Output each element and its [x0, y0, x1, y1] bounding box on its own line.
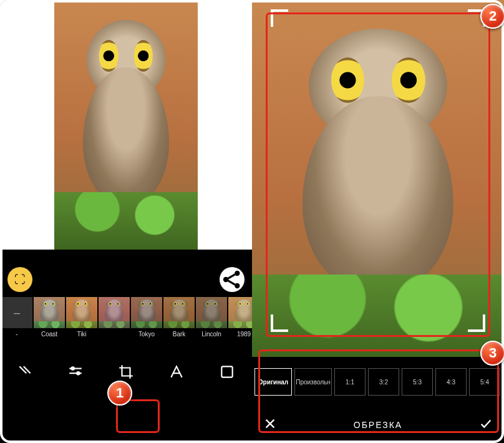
- filters-screen: ⛶ – - Coast Tiki Tokyo Bark: [0, 0, 252, 443]
- svg-line-4: [228, 281, 235, 285]
- filter-1989[interactable]: 1989: [228, 297, 252, 338]
- crop-handle-bl[interactable]: [271, 314, 288, 332]
- filter-coast[interactable]: Coast: [34, 297, 65, 338]
- preview-actions: ⛶: [0, 250, 252, 297]
- effects-tool[interactable]: [9, 359, 41, 384]
- filter-bark[interactable]: Bark: [163, 297, 195, 338]
- filter-strip[interactable]: – - Coast Tiki Tokyo Bark Lincoln: [0, 297, 252, 353]
- filter-label: 1989: [237, 331, 251, 338]
- share-button[interactable]: [220, 267, 245, 292]
- crop-action-bar: ОБРЕЗКА: [252, 407, 504, 443]
- filter-lincoln[interactable]: Lincoln: [196, 297, 227, 338]
- sticker-tool[interactable]: [211, 359, 243, 384]
- filter-none[interactable]: – -: [1, 297, 32, 338]
- filter-tokyo[interactable]: Tokyo: [131, 297, 162, 338]
- ratio-free[interactable]: Произвольн: [294, 368, 332, 396]
- ratio-original[interactable]: Оригинал: [254, 368, 292, 396]
- crop-screen: Оригинал Произвольн 1:1 3:2 5:3 4:3 5:4 …: [252, 0, 504, 443]
- text-tool[interactable]: [161, 359, 192, 384]
- svg-line-3: [228, 275, 235, 279]
- adjust-tool[interactable]: [60, 359, 91, 384]
- ratio-3-2[interactable]: 3:2: [368, 368, 399, 396]
- ratio-5-3[interactable]: 5:3: [402, 368, 433, 396]
- crop-handle-tl[interactable]: [271, 9, 288, 27]
- screen-title: ОБРЕЗКА: [277, 420, 479, 430]
- crop-tool[interactable]: [110, 359, 142, 384]
- filter-tiki[interactable]: Tiki: [66, 297, 97, 338]
- text-icon: [168, 364, 185, 380]
- check-icon: [479, 417, 493, 431]
- crop-handle-tr[interactable]: [468, 9, 485, 27]
- crop-canvas[interactable]: [252, 0, 504, 357]
- filter-label: Tiki: [77, 331, 86, 338]
- image-preview-area[interactable]: [0, 0, 252, 250]
- photo-owl: [54, 0, 198, 250]
- ratio-4-3[interactable]: 4:3: [435, 368, 467, 396]
- sticker-icon: [219, 364, 235, 380]
- sliders-icon: [67, 364, 84, 380]
- cancel-button[interactable]: [263, 417, 277, 433]
- filter-label: Bark: [173, 331, 186, 338]
- filter-label: Tokyo: [138, 331, 155, 338]
- expand-button[interactable]: ⛶: [7, 267, 32, 292]
- filter-3[interactable]: [99, 297, 130, 331]
- filter-label: Lincoln: [201, 331, 221, 338]
- filter-label: Coast: [41, 331, 57, 338]
- ratio-1-1[interactable]: 1:1: [334, 368, 366, 396]
- crop-handle-br[interactable]: [468, 314, 485, 332]
- close-icon: [263, 417, 277, 431]
- crop-frame[interactable]: [271, 9, 485, 332]
- crop-icon: [118, 364, 134, 380]
- confirm-button[interactable]: [479, 417, 493, 433]
- aspect-ratio-bar[interactable]: Оригинал Произвольн 1:1 3:2 5:3 4:3 5:4: [252, 357, 504, 407]
- share-icon: [220, 267, 245, 292]
- filter-label: -: [16, 331, 17, 338]
- svg-rect-12: [221, 366, 232, 377]
- expand-icon: ⛶: [14, 273, 26, 286]
- tool-bar: [0, 353, 252, 391]
- ratio-5-4[interactable]: 5:4: [469, 368, 500, 396]
- effects-icon: [17, 364, 33, 380]
